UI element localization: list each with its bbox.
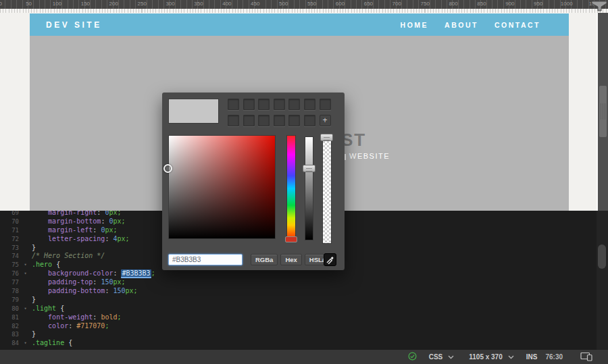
code-editor-scrollbar[interactable] [597, 211, 608, 350]
swatch-slot-empty[interactable] [274, 99, 285, 110]
line-number: 72 [0, 235, 19, 244]
ruler-label: 900 [505, 1, 514, 7]
chevron-down-icon [448, 355, 454, 359]
fold-arrow-icon[interactable]: ▾ [19, 305, 32, 313]
insert-mode-indicator: INS [526, 353, 538, 361]
eyedropper-icon [326, 255, 334, 264]
ruler-label: 200 [109, 1, 118, 7]
line-number: 71 [0, 226, 19, 235]
color-field-cursor[interactable] [163, 164, 172, 173]
line-number: 82 [0, 322, 19, 331]
swatch-slot-empty[interactable] [243, 99, 255, 110]
ruler-ticks [0, 9, 608, 13]
swatch-slot-empty[interactable] [243, 115, 255, 126]
code-text: color: #717070; [32, 322, 109, 331]
swatch-slot-empty[interactable] [274, 115, 285, 126]
ruler-scrubber-handle[interactable] [592, 0, 607, 11]
hero-tagline: WEBSITE [349, 152, 390, 160]
ruler-label: 500 [279, 1, 288, 7]
nav-link-home[interactable]: HOME [401, 21, 429, 29]
swatch-slot-empty[interactable] [304, 115, 315, 126]
swatch-slot-empty[interactable] [258, 99, 270, 110]
ruler-label: 0 [0, 1, 2, 7]
ruler-label: 550 [307, 1, 316, 7]
ruler-label: 350 [194, 1, 203, 7]
swatch-slot-empty[interactable] [228, 99, 239, 110]
code-line-83[interactable]: 83} [0, 330, 597, 339]
line-number: 70 [0, 217, 19, 226]
line-number: 76 [0, 269, 19, 278]
code-text: /* Hero Section */ [32, 252, 105, 261]
saturation-brightness-field[interactable] [168, 135, 276, 239]
hue-slider-handle[interactable] [285, 236, 297, 242]
ruler-label: 300 [166, 1, 174, 7]
syntax-mode-dropdown[interactable]: CSS [429, 353, 455, 361]
hex-value-input[interactable] [168, 254, 243, 265]
scrollbar-thumb[interactable] [599, 86, 607, 137]
fold-gutter [19, 217, 32, 226]
viewport-size-dropdown[interactable]: 1105 x 370 [469, 353, 514, 361]
line-number: 69 [0, 211, 19, 217]
code-line-80[interactable]: 80▾.light { [0, 305, 597, 313]
ruler-label: 450 [251, 1, 259, 7]
site-nav: HOMEABOUTCONTACT [401, 21, 540, 29]
alpha-slider-handle[interactable] [320, 134, 333, 141]
site-header: DEV SITE HOMEABOUTCONTACT [30, 14, 569, 36]
swatch-slot-empty[interactable] [258, 115, 270, 126]
code-line-82[interactable]: 82 color: #717070; [0, 322, 597, 331]
ruler-label: 100 [53, 1, 61, 7]
live-view-scrollbar[interactable] [597, 13, 608, 211]
ruler-label: 1000 [561, 1, 573, 7]
line-number: 78 [0, 287, 19, 296]
code-line-81[interactable]: 81 font-weight: bold; [0, 313, 597, 322]
code-text: } [32, 330, 36, 339]
swatch-slot-empty[interactable] [228, 115, 239, 126]
ruler-label: 400 [222, 1, 231, 7]
color-format-buttons: RGBaHexHSLa [251, 254, 330, 265]
swatch-slot-empty[interactable] [304, 99, 315, 110]
fold-arrow-icon[interactable]: ▾ [19, 261, 32, 269]
dreamweaver-window: 0501001502002503003504004505005506006507… [0, 0, 608, 364]
alpha-slider[interactable] [322, 134, 332, 244]
code-line-84[interactable]: 84▾.tagline { [0, 339, 597, 348]
line-number: 73 [0, 244, 19, 253]
current-color-swatch [168, 99, 219, 124]
nav-link-contact[interactable]: CONTACT [495, 21, 540, 29]
fold-arrow-icon[interactable]: ▾ [19, 339, 32, 348]
device-preview-icon[interactable] [580, 352, 593, 363]
format-button-rgba[interactable]: RGBa [251, 254, 278, 265]
add-swatch-button[interactable]: + [320, 115, 331, 126]
code-line-78[interactable]: 78 padding-bottom: 150px; [0, 287, 597, 296]
swatch-slot-empty[interactable] [288, 99, 300, 110]
line-number: 83 [0, 330, 19, 339]
nav-link-about[interactable]: ABOUT [445, 21, 478, 29]
code-line-77[interactable]: 77 padding-top: 150px; [0, 278, 597, 287]
fold-gutter [19, 313, 32, 322]
fold-gutter [19, 252, 32, 261]
eyedropper-button[interactable] [324, 253, 336, 266]
lightness-slider-handle[interactable] [303, 165, 315, 172]
status-bar: CSS 1105 x 370 INS 76:30 [0, 350, 608, 364]
fold-arrow-icon[interactable]: ▾ [19, 269, 32, 278]
selected-hex-token[interactable]: #B3B3B3 [121, 269, 151, 277]
line-number: 84 [0, 339, 19, 348]
swatch-slot-empty[interactable] [320, 99, 331, 110]
line-number: 80 [0, 305, 19, 313]
code-line-79[interactable]: 79} [0, 296, 597, 305]
fold-gutter [19, 278, 32, 287]
scrollbar-thumb[interactable] [598, 244, 606, 269]
hue-slider[interactable] [286, 135, 296, 242]
code-text: letter-spacing: 4px; [32, 235, 130, 244]
viewport-size-label: 1105 x 370 [469, 353, 503, 361]
ruler-label: 250 [138, 1, 147, 7]
site-brand: DEV SITE [46, 20, 102, 30]
lightness-slider[interactable] [305, 136, 313, 240]
line-number: 81 [0, 313, 19, 322]
code-text: padding-bottom: 150px; [32, 287, 138, 296]
line-number: 79 [0, 296, 19, 305]
format-button-hex[interactable]: Hex [280, 254, 301, 265]
swatch-slot-empty[interactable] [288, 115, 300, 126]
fold-gutter [19, 211, 32, 217]
code-text: background-color: #B3B3B3; [32, 269, 155, 278]
code-line-76[interactable]: 76▾ background-color: #B3B3B3; [0, 269, 597, 278]
